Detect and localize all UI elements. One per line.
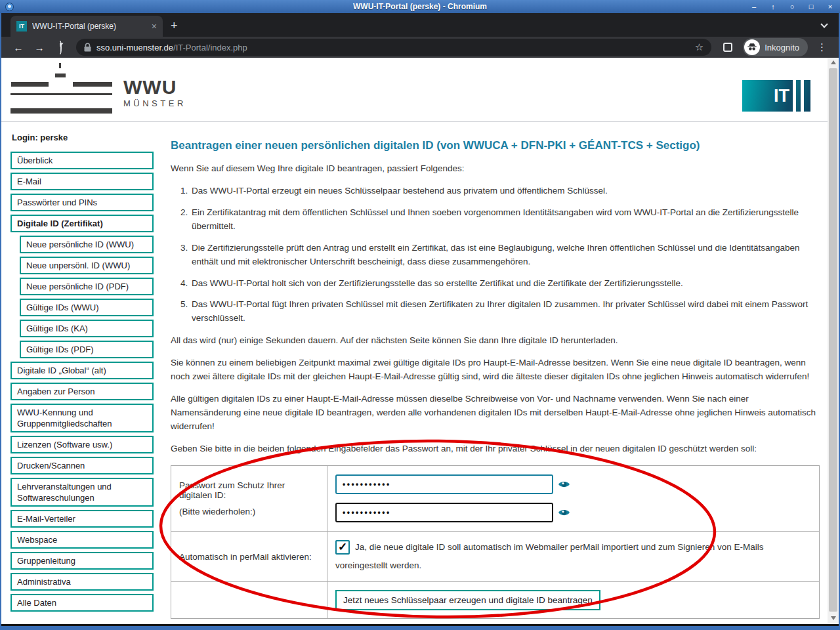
password-inputs-cell: ••••••••••• ••••••••••• <box>327 465 820 531</box>
sidebar-item[interactable]: Überblick <box>10 152 154 169</box>
incognito-label: Inkognito <box>765 43 799 52</box>
sidebar-item[interactable]: E-Mail <box>10 173 154 190</box>
new-tab-button[interactable]: + <box>171 19 178 33</box>
sidebar-navigation: Login: perske ÜberblickE-MailPasswörter … <box>10 122 154 619</box>
sidebar-item[interactable]: Drucken/Scannen <box>10 457 154 474</box>
bookmark-star-icon[interactable]: ☆ <box>695 41 704 53</box>
url-domain: sso.uni-muenster.de <box>96 43 173 52</box>
sidebar-item[interactable]: Alle Daten <box>10 594 154 612</box>
permail-label: Automatisch in perMail aktivieren: <box>179 552 319 562</box>
process-step: Das WWU-IT-Portal holt sich von der Zert… <box>190 277 820 291</box>
window-titlebar: WWU-IT-Portal (perske) - Chromium –↑○□× <box>0 0 840 13</box>
info-paragraph: All das wird (nur) einige Sekunden dauer… <box>171 334 820 348</box>
intro-paragraph: Wenn Sie auf diesem Weg Ihre digitale ID… <box>171 162 820 176</box>
sidebar-item[interactable]: Neue unpersönl. ID (WWU) <box>20 257 154 274</box>
sidebar-item[interactable]: Lizenzen (Software usw.) <box>10 436 154 453</box>
chromium-icon <box>5 3 14 11</box>
tab-close-icon[interactable]: × <box>152 21 157 32</box>
page-content: WWU MÜNSTER IT Login: perske ÜberblickE <box>1 58 839 624</box>
password-input[interactable]: ••••••••••• <box>335 474 553 494</box>
sidebar-item[interactable]: Angaben zur Person <box>10 383 154 400</box>
show-password-icon[interactable] <box>558 480 570 489</box>
it-logo-bar <box>804 80 810 112</box>
scrollbar-thumb[interactable] <box>829 68 837 612</box>
sidebar-item[interactable]: Webspace <box>10 531 154 549</box>
tab-title: WWU-IT-Portal (perske) <box>32 22 146 31</box>
sidebar-item[interactable]: Neue persönliche ID (WWU) <box>20 236 154 253</box>
permail-option: ✓Ja, die neue digitale ID soll automatis… <box>335 538 795 576</box>
table-row: Automatisch in perMail aktivieren: ✓Ja, … <box>171 531 820 582</box>
info-paragraph: Alle gültigen digitalen IDs zu einer Hau… <box>171 392 820 434</box>
process-step: Das WWU-IT-Portal erzeugt ein neues Schl… <box>190 184 820 198</box>
tab-strip: IT WWU-IT-Portal (perske) × + <box>1 13 839 37</box>
permail-checkbox-text: Ja, die neue digitale ID soll automatisc… <box>335 542 764 570</box>
sidebar-item[interactable]: Gruppenleitung <box>10 552 154 570</box>
it-department-logo: IT <box>742 80 810 112</box>
password-repeat-input[interactable]: ••••••••••• <box>335 503 553 522</box>
wwu-castle-icon <box>10 63 113 114</box>
browser-window: WWU-IT-Portal (perske) - Chromium –↑○□× … <box>0 0 840 630</box>
sidebar-item[interactable]: Lehrveranstaltungen und Softwareschulung… <box>10 478 154 507</box>
back-button[interactable]: ← <box>9 42 28 53</box>
reload-button[interactable] <box>51 42 70 53</box>
scroll-up-icon[interactable] <box>828 58 839 67</box>
window-title: WWU-IT-Portal (perske) - Chromium <box>0 2 840 11</box>
sidebar-item[interactable]: Gültige IDs (PDF) <box>20 341 154 358</box>
show-password-repeat-icon[interactable] <box>558 508 570 517</box>
side-panel-icon[interactable] <box>723 43 732 52</box>
info-paragraph: Sie können zu einem beliebigen Zeitpunkt… <box>171 356 820 384</box>
permail-checkbox[interactable]: ✓ <box>335 540 350 555</box>
wwu-city: MÜNSTER <box>123 98 186 108</box>
tab-wwu-it-portal[interactable]: IT WWU-IT-Portal (perske) × <box>10 16 163 37</box>
maximize-button[interactable]: □ <box>807 1 816 12</box>
shade-button[interactable]: ↑ <box>768 1 778 12</box>
browser-toolbar: ← → sso.uni-muenster.de/IT-Portal/index.… <box>1 37 839 58</box>
wwu-logo[interactable]: WWU MÜNSTER <box>10 63 186 114</box>
address-bar[interactable]: sso.uni-muenster.de/IT-Portal/index.php … <box>76 39 711 56</box>
sidebar-item[interactable]: Digitale ID (Zertifikat) <box>10 215 154 232</box>
empty-cell <box>171 582 327 619</box>
wwu-logo-text: WWU MÜNSTER <box>123 79 186 114</box>
sidebar-item[interactable]: Gültige IDs (KA) <box>20 320 154 337</box>
minimize-button[interactable]: – <box>749 1 759 12</box>
incognito-icon <box>744 39 760 55</box>
stick-button[interactable]: ○ <box>788 1 797 12</box>
sidebar-item[interactable]: Digitale ID „Global“ (alt) <box>10 362 154 379</box>
password-label-cell: Passwort zum Schutz Ihrer digitalen ID: … <box>171 465 327 531</box>
it-logo-text: IT <box>742 80 793 112</box>
incognito-badge: Inkognito <box>743 38 808 56</box>
process-steps-list: Das WWU-IT-Portal erzeugt ein neues Schl… <box>171 184 820 326</box>
info-paragraph: Geben Sie bitte in die beiden folgenden … <box>171 442 820 456</box>
sidebar-item[interactable]: E-Mail-Verteiler <box>10 510 154 528</box>
process-step: Ein Zertifikatantrag mit dem öffentliche… <box>190 206 820 234</box>
sidebar-item[interactable]: Administrativa <box>10 573 154 591</box>
page-scrollbar[interactable] <box>828 58 839 624</box>
table-row: Jetzt neues Schlüsselpaar erzeugen und d… <box>171 582 820 619</box>
permail-label-cell: Automatisch in perMail aktivieren: <box>171 531 327 582</box>
it-logo-bar <box>796 80 801 112</box>
tab-list-chevron-icon[interactable] <box>820 20 828 28</box>
sidebar-item[interactable]: Neue persönliche ID (PDF) <box>20 278 154 295</box>
wwu-wordmark: WWU <box>123 79 186 96</box>
certificate-request-form: Passwort zum Schutz Ihrer digitalen ID: … <box>171 465 820 620</box>
forward-button[interactable]: → <box>30 42 49 53</box>
tab-favicon-icon: IT <box>16 21 27 32</box>
close-button[interactable]: × <box>826 1 835 12</box>
scroll-down-icon[interactable] <box>828 614 839 623</box>
process-step: Die Zertifizierungsstelle prüft den Antr… <box>190 242 820 269</box>
sidebar-item[interactable]: WWU-Kennung und Gruppenmitgliedschaften <box>10 404 154 432</box>
lock-icon <box>84 43 91 52</box>
url-text: sso.uni-muenster.de/IT-Portal/index.php <box>96 43 247 52</box>
main-content: Beantragen einer neuen persönlichen digi… <box>154 122 828 619</box>
page-title: Beantragen einer neuen persönlichen digi… <box>171 139 820 152</box>
sidebar-item[interactable]: Passwörter und PINs <box>10 194 154 211</box>
submit-button[interactable]: Jetzt neues Schlüsselpaar erzeugen und d… <box>335 590 600 610</box>
window-controls: –↑○□× <box>749 1 835 12</box>
browser-menu-icon[interactable]: ⋮ <box>817 41 827 53</box>
sidebar-item[interactable]: Gültige IDs (WWU) <box>20 299 154 316</box>
reload-icon <box>59 41 62 54</box>
permail-checkbox-cell: ✓Ja, die neue digitale ID soll automatis… <box>327 531 820 582</box>
window-bottom-edge <box>1 624 839 626</box>
table-row: Passwort zum Schutz Ihrer digitalen ID: … <box>171 465 820 531</box>
submit-cell: Jetzt neues Schlüsselpaar erzeugen und d… <box>327 582 820 619</box>
